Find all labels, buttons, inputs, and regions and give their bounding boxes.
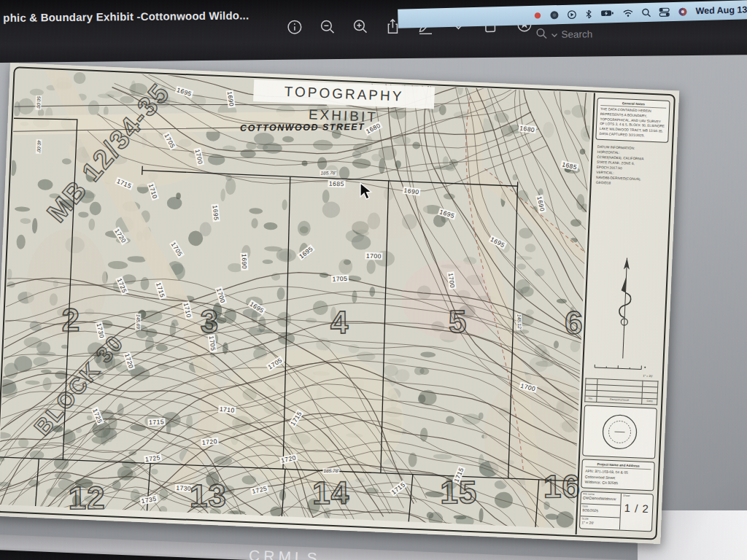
bluetooth-icon[interactable] <box>584 9 592 18</box>
contour-label: 1700 <box>519 381 538 393</box>
contour-label: 1720 <box>201 438 219 446</box>
sheet-info-left: File name CWCWoodWildomar Date 3/26/2025… <box>580 491 622 529</box>
contour-label: 1695 <box>211 204 220 222</box>
dimension-label: 145.12' <box>516 314 522 330</box>
dimension-label: 50.00' <box>35 96 42 110</box>
contour-label: 1685 <box>328 179 345 187</box>
contour-label: 1710 <box>218 405 236 414</box>
contour-label: 1715 <box>147 418 165 426</box>
lot-number: 14 <box>312 475 349 512</box>
dimension-label: 40.00' <box>36 139 42 154</box>
contour-label: 1690 <box>226 90 236 108</box>
map-labels-layer: 1695169017051700171517101695172016801680… <box>0 63 679 544</box>
dimension-label: 185.78' <box>322 468 339 474</box>
play-circle-icon[interactable] <box>567 9 576 19</box>
contour-label: 1715 <box>115 177 133 190</box>
lot-number: 6 <box>565 305 584 341</box>
contour-label: 1720 <box>279 454 298 464</box>
menubar-clock[interactable]: Wed Aug 13 <box>695 4 747 16</box>
north-arrow-icon <box>592 254 658 362</box>
control-center-icon[interactable] <box>659 7 670 17</box>
menubar-status-icons <box>533 7 687 20</box>
revisions-table: No. Revisions/Issue Date <box>584 378 658 405</box>
info-button[interactable] <box>285 19 303 38</box>
zoom-out-icon <box>319 18 336 37</box>
contour-label: 1725 <box>144 454 162 463</box>
record-dot-icon[interactable] <box>533 11 541 19</box>
mouse-cursor-icon <box>359 182 374 201</box>
contour-label: 1700 <box>446 271 456 289</box>
contour-label: 1695 <box>488 235 507 249</box>
sheet-number-cell: Sheet 1 / 2 <box>620 494 653 532</box>
north-arrow-panel: 1" = 20' <box>586 190 667 378</box>
scale-cell: Scale 1" = 20' <box>580 516 620 529</box>
general-notes-box: General Notes THE DATA CONTAINED HEREIN … <box>595 98 670 143</box>
contour-label: 1715 <box>155 281 167 300</box>
contour-label: 1690 <box>535 195 546 214</box>
contour-label: 1690 <box>240 253 248 271</box>
contour-label: 1730 <box>95 322 106 341</box>
contour-label: 1690 <box>403 187 421 196</box>
zoom-in-button[interactable] <box>350 18 369 37</box>
contour-label: 1705 <box>331 275 349 283</box>
spotlight-search-icon[interactable] <box>641 7 651 17</box>
contour-label: 1695 <box>247 300 266 315</box>
lot-number: 16 <box>543 468 581 505</box>
scale-bar <box>592 362 653 373</box>
contour-label: 1720 <box>113 227 128 246</box>
contour-label: 1695 <box>297 244 315 261</box>
lot-number: 2 <box>61 302 80 338</box>
contour-label: 1700 <box>214 286 227 305</box>
sheet-info-box: File name CWCWoodWildomar Date 3/26/2025… <box>579 491 654 532</box>
battery-charging-icon[interactable] <box>600 9 614 17</box>
general-notes-body: THE DATA CONTAINED HEREIN REPRESENTS A B… <box>599 107 666 140</box>
crmls-watermark: CRMLS <box>249 547 321 560</box>
lot-number: 4 <box>330 304 349 341</box>
surveyor-seal <box>582 405 657 459</box>
contour-label: 1685 <box>560 160 579 171</box>
lot-number: 15 <box>440 474 477 511</box>
contour-label: 1715 <box>389 481 407 497</box>
document-page: TOPOGRAPHY EXHIBIT COTTONWOOD STREET MB … <box>0 63 679 544</box>
info-icon <box>286 19 303 38</box>
lot-number: 13 <box>190 478 227 515</box>
scalebar-note: 1" = 20' <box>643 373 653 378</box>
contour-label: 1680 <box>518 124 536 133</box>
search-placeholder: Search <box>561 28 592 39</box>
toolbar-search[interactable]: Search <box>535 27 592 42</box>
screen-photo: CRMLS TOPOGRAPHY EXHIBIT COTTONWOOD STRE… <box>0 0 747 560</box>
seal-stamp-icon <box>600 412 639 451</box>
datum-info: DATUM INFORMATION: HORIZONTAL: CCS83(NAD… <box>594 143 668 190</box>
contour-label: 1705 <box>163 131 177 150</box>
contour-label: 1725 <box>91 406 104 425</box>
revisions-date-header: Date <box>642 398 657 405</box>
contour-label: 1705 <box>169 240 185 259</box>
search-icon <box>535 28 547 42</box>
lot-number: 5 <box>449 303 468 340</box>
contour-label: 1695 <box>175 86 194 98</box>
lot-number: 3 <box>200 303 219 340</box>
color-profile-icon[interactable] <box>678 7 687 16</box>
project-address-box: Project Name and Address APN: 371-103-03… <box>581 459 655 491</box>
contour-label: 1735 <box>139 495 158 505</box>
contour-label: 1695 <box>438 208 457 220</box>
search-chevron-icon <box>551 29 557 40</box>
contour-label: 1725 <box>115 276 128 295</box>
contour-label: 1715 <box>288 409 303 428</box>
contour-label: 1720 <box>123 351 136 370</box>
wifi-icon[interactable] <box>622 9 633 17</box>
app-circle-icon[interactable] <box>549 10 559 20</box>
contour-label: 1680 <box>364 121 383 136</box>
dimension-label: 185.78' <box>320 170 336 176</box>
contour-label: 1725 <box>250 484 269 495</box>
contour-label: 1700 <box>365 252 382 260</box>
contour-label: 1710 <box>182 301 193 320</box>
revisions-issue-header: Revisions/Issue <box>596 396 642 404</box>
zoom-out-button[interactable] <box>317 18 336 37</box>
contour-label: 1705 <box>266 356 285 371</box>
zoom-in-icon <box>352 18 368 37</box>
contour-label: 1710 <box>147 182 159 201</box>
sheet-number: 1 / 2 <box>622 502 651 516</box>
lot-number: 12 <box>68 480 105 517</box>
dimension-label: 145.69' <box>135 314 141 330</box>
